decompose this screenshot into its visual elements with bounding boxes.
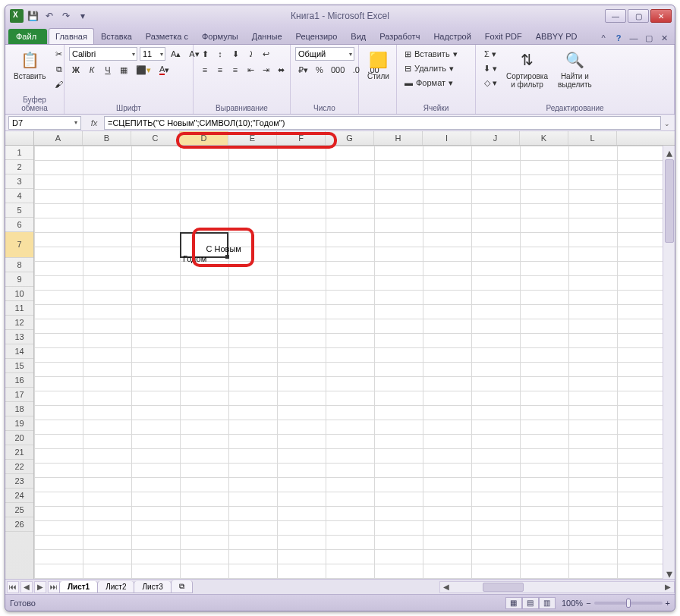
row-header[interactable]: 13 (5, 330, 33, 344)
decrease-indent-button[interactable]: ⇤ (244, 63, 257, 77)
mdi-restore-button[interactable]: ▢ (643, 32, 655, 44)
fill-color-button[interactable]: ⬛▾ (133, 63, 154, 77)
vertical-scrollbar[interactable]: ▴ ▾ (663, 146, 675, 579)
percent-button[interactable]: % (313, 63, 326, 77)
name-box[interactable]: D7 ▾ (8, 116, 81, 130)
scroll-down-button[interactable]: ▾ (663, 567, 675, 579)
row-header[interactable]: 9 (5, 272, 33, 287)
col-header[interactable]: K (520, 131, 568, 145)
file-tab[interactable]: Файл (8, 29, 47, 44)
sheet-tab[interactable]: Лист1 (59, 581, 98, 593)
row-header[interactable]: 21 (5, 445, 33, 460)
grow-font-button[interactable]: A▴ (168, 47, 184, 61)
col-header[interactable]: J (471, 131, 520, 145)
zoom-slider-thumb[interactable] (626, 599, 631, 608)
active-cell[interactable]: С Новым Годом (180, 232, 228, 258)
row-header[interactable]: 1 (5, 146, 33, 160)
fx-button[interactable]: fx (87, 116, 101, 130)
align-center-button[interactable]: ≡ (213, 63, 227, 77)
zoom-in-button[interactable]: + (666, 599, 670, 608)
tab-formulas[interactable]: Формулы (195, 28, 245, 44)
row-header[interactable]: 16 (5, 373, 33, 388)
tab-view[interactable]: Вид (344, 28, 373, 44)
fill-handle[interactable] (225, 255, 229, 259)
sort-filter-button[interactable]: ⇅ Сортировка и фильтр (502, 47, 552, 91)
row-header[interactable]: 22 (5, 460, 33, 474)
delete-cells-button[interactable]: ⊟Удалить ▾ (401, 61, 474, 75)
paste-button[interactable]: 📋 Вставить (10, 47, 49, 83)
mdi-close-button[interactable]: ✕ (658, 32, 670, 44)
col-header[interactable]: F (277, 131, 326, 145)
horizontal-scrollbar[interactable]: ◀ ▶ (439, 581, 675, 593)
cells-canvas[interactable]: С Новым Годом ▴ ▾ (34, 146, 675, 579)
align-top-button[interactable]: ⬆ (198, 47, 212, 61)
comma-button[interactable]: 000 (328, 63, 348, 77)
autosum-button[interactable]: Σ ▾ (480, 47, 500, 61)
tab-home[interactable]: Главная (49, 28, 94, 44)
qat-customize-button[interactable]: ▾ (75, 8, 90, 24)
align-right-button[interactable]: ≡ (228, 63, 242, 77)
qat-undo-button[interactable]: ↶ (42, 8, 57, 24)
col-header[interactable]: E (228, 131, 277, 145)
wrap-text-button[interactable]: ↩ (259, 47, 272, 61)
align-middle-button[interactable]: ↕ (213, 47, 227, 61)
row-header[interactable]: 14 (5, 344, 33, 359)
tab-data[interactable]: Данные (245, 28, 289, 44)
scroll-right-button[interactable]: ▶ (662, 583, 674, 591)
tab-nav-prev[interactable]: ◀ (20, 581, 33, 593)
row-header[interactable]: 24 (5, 489, 33, 503)
new-sheet-button[interactable]: ⧉ (171, 580, 193, 593)
formula-bar-expand-button[interactable]: ⌄ (662, 117, 672, 130)
col-header[interactable]: C (131, 131, 180, 145)
row-header[interactable]: 23 (5, 474, 33, 489)
insert-cells-button[interactable]: ⊞Вставить ▾ (401, 47, 474, 61)
col-header[interactable]: A (34, 131, 83, 145)
tab-addins[interactable]: Надстрой (427, 28, 477, 44)
row-header[interactable]: 26 (5, 517, 33, 532)
tab-foxit[interactable]: Foxit PDF (478, 28, 529, 44)
tab-review[interactable]: Рецензиро (289, 28, 345, 44)
row-header[interactable]: 11 (5, 301, 33, 316)
clear-button[interactable]: ◇ ▾ (480, 76, 500, 90)
col-header-selected[interactable]: D (180, 131, 228, 145)
row-header[interactable]: 18 (5, 402, 33, 416)
scroll-up-button[interactable]: ▴ (663, 146, 675, 158)
formula-bar[interactable]: =СЦЕПИТЬ("С Новым";СИМВОЛ(10);"Годом") ⌄ (104, 116, 661, 130)
col-header[interactable]: G (326, 131, 374, 145)
select-all-corner[interactable] (5, 131, 34, 145)
row-header[interactable]: 8 (5, 258, 33, 272)
row-header-selected[interactable]: 7 (5, 232, 33, 258)
row-header[interactable]: 19 (5, 416, 33, 431)
row-header[interactable]: 15 (5, 359, 33, 373)
row-header[interactable]: 17 (5, 388, 33, 402)
tab-nav-next[interactable]: ▶ (34, 581, 46, 593)
scroll-left-button[interactable]: ◀ (440, 583, 452, 591)
align-bottom-button[interactable]: ⬇ (228, 47, 242, 61)
increase-indent-button[interactable]: ⇥ (259, 63, 272, 77)
italic-button[interactable]: К (85, 63, 99, 77)
tab-nav-last[interactable]: ⏭ (48, 581, 60, 593)
row-header[interactable]: 25 (5, 503, 33, 517)
number-format-combo[interactable]: Общий (295, 47, 354, 61)
close-button[interactable]: ✕ (650, 9, 672, 23)
zoom-slider[interactable] (594, 602, 663, 605)
zoom-out-button[interactable]: − (586, 599, 590, 608)
row-header[interactable]: 12 (5, 316, 33, 330)
bold-button[interactable]: Ж (69, 63, 83, 77)
row-header[interactable]: 2 (5, 160, 33, 174)
font-name-combo[interactable]: Calibri (69, 47, 137, 61)
tab-insert[interactable]: Вставка (94, 28, 139, 44)
border-button[interactable]: ▦ (117, 63, 131, 77)
help-button[interactable]: ? (612, 32, 625, 44)
view-page-break-button[interactable]: ▥ (539, 597, 556, 609)
accounting-button[interactable]: ₽▾ (295, 63, 311, 77)
row-header[interactable]: 4 (5, 189, 33, 203)
hscroll-thumb[interactable] (483, 583, 524, 592)
qat-redo-button[interactable]: ↷ (58, 8, 74, 24)
qat-save-button[interactable]: 💾 (25, 8, 40, 24)
minimize-ribbon-button[interactable]: ^ (597, 32, 609, 44)
orientation-button[interactable]: ⤸ (244, 47, 257, 61)
font-size-combo[interactable]: 11 (140, 47, 165, 61)
format-cells-button[interactable]: ▬Формат ▾ (401, 76, 474, 90)
font-color-button[interactable]: A▾ (156, 63, 172, 77)
